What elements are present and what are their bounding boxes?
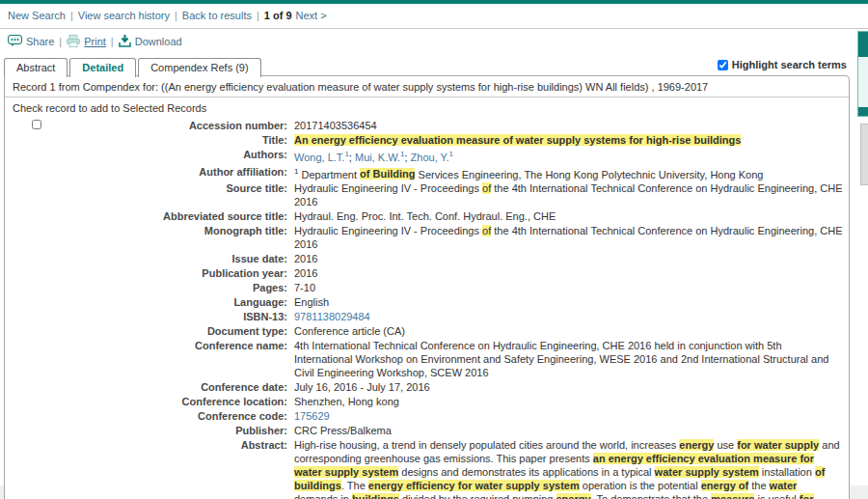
field-value: 7-10 [294,281,843,294]
term-link[interactable]: 1 [449,150,453,158]
record-field-row: Title:An energy efficiency evaluation me… [5,133,843,147]
check-record-note: Check record to add to Selected Records [5,97,849,116]
nav-link-new-search[interactable]: New Search [8,10,66,21]
highlighted-text: of [482,225,491,236]
record-field-row: Conference location:Shenzhen, Hong kong [5,395,843,408]
field-label: Abbreviated source title: [5,209,294,223]
term-link[interactable]: 1 [344,150,348,158]
highlighted-text: water [770,480,798,491]
record-field-row: Monograph title:Hydraulic Engineering IV… [5,224,843,251]
highlighted-text: for [800,493,814,499]
highlight-search-checkbox[interactable] [718,60,728,70]
field-value: 9781138029484 [294,310,843,323]
download-icon [119,35,131,47]
field-label: Pages: [5,281,294,294]
field-value: Hydraul. Eng. Proc. Int. Tech. Conf. Hyd… [294,209,843,223]
field-value: 2016 [294,252,843,265]
field-value: An energy efficiency evaluation measure … [294,133,843,147]
record-detail-panel: Record 1 from Compendex for: ((An energy… [4,75,850,499]
side-panel-tab-cap [858,107,868,116]
record-field-row: Abbreviated source title:Hydraul. Eng. P… [5,209,843,223]
field-value: 175629 [294,409,843,423]
field-label: Publisher: [5,424,294,437]
term-link[interactable]: 175629 [294,410,330,422]
record-field-row: Conference date:July 16, 2016 - July 17,… [5,380,843,394]
select-record-checkbox[interactable] [32,120,41,129]
field-value: July 16, 2016 - July 17, 2016 [294,380,843,394]
record-field-row: Abstract:High-rise housing, a trend in d… [5,438,843,499]
top-navigation: New Search|View search history|Back to r… [0,4,868,26]
field-label: Author affiliation: [5,165,294,181]
nav-link-view-search-history[interactable]: View search history [78,10,170,21]
divider: | [70,10,73,21]
field-value: High-rise housing, a trend in densely po… [294,438,843,499]
download-label: Download [135,36,182,47]
side-panel-tab[interactable] [857,31,868,117]
next-result-link[interactable]: Next > [296,10,327,21]
record-field-row: Accession number:20171403536454 [5,119,843,132]
field-label: Conference date: [5,380,294,394]
field-value: Wong, L.T.1; Mui, K.W.1; Zhou, Y.1 [294,148,843,164]
field-label: Conference name: [5,339,294,379]
share-label: Share [26,36,54,47]
divider: | [257,10,259,21]
field-value: English [294,295,843,309]
term-link[interactable]: Wong, L.T. [294,152,344,163]
highlighted-text: for water supply [737,439,819,451]
highlighted-text: energy [556,493,591,499]
divider: | [59,36,62,47]
record-field-row: Author affiliation:1 Department of Build… [5,165,843,181]
field-label: Authors: [5,148,294,164]
term-link[interactable]: 1 [400,150,404,158]
record-field-row: ISBN-13:9781138029484 [5,310,843,323]
record-fields: Accession number:20171403536454Title:An … [5,116,849,499]
field-value: CRC Press/Balkema [294,424,843,437]
field-value: Shenzhen, Hong kong [294,395,843,408]
term-link[interactable]: Zhou, Y. [411,152,449,163]
record-tabs: AbstractDetailedCompendex Refs (9) Highl… [0,52,868,75]
printer-icon [67,35,80,47]
field-label: Accession number: [5,119,294,132]
record-query-header: Record 1 from Compendex for: ((An energy… [5,76,849,97]
highlighted-text: of Building [360,168,415,180]
record-field-row: Publication year:2016 [5,266,843,280]
field-label: Title: [5,133,294,147]
record-field-row: Pages:7-10 [5,281,843,294]
record-field-row: Source title:Hydraulic Engineering IV - … [5,181,843,208]
field-label: Language: [5,295,294,309]
field-value: Hydraulic Engineering IV - Proceedings o… [294,224,843,251]
highlighted-text: buildings [352,493,399,499]
highlighted-text: water supply system [655,466,759,478]
share-speech-bubble-icon [8,35,22,47]
tab-detailed[interactable]: Detailed [69,58,136,77]
highlighted-text: of [482,182,491,194]
share-button[interactable]: Share [8,35,54,47]
download-button[interactable]: Download [119,35,182,47]
highlighted-text: An energy efficiency evaluation measure … [294,134,741,146]
field-value: 20171403536454 [294,119,843,132]
side-panel-tab-cap [858,32,868,57]
field-label: Conference location: [5,395,294,408]
tab-abstract[interactable]: Abstract [4,58,68,77]
term-link[interactable]: 9781138029484 [294,311,370,322]
field-label: ISBN-13: [5,310,294,323]
field-label: Source title: [5,181,294,208]
tab-compendex-refs-9-[interactable]: Compendex Refs (9) [138,58,261,77]
divider: | [175,10,177,21]
highlight-search-terms-toggle[interactable]: Highlight search terms [718,59,847,70]
field-label: Monograph title: [5,224,294,251]
term-link[interactable]: Mui, K.W. [355,152,400,163]
field-label: Document type: [5,324,294,338]
highlighted-text: 1 [294,167,298,176]
record-field-row: Conference code:175629 [5,409,843,423]
side-scroll-handle[interactable] [860,124,868,185]
nav-link-back-to-results[interactable]: Back to results [182,10,252,21]
field-label: Issue date: [5,252,294,265]
record-field-row: Authors:Wong, L.T.1; Mui, K.W.1; Zhou, Y… [5,148,843,164]
field-value: 2016 [294,266,843,280]
print-button[interactable]: Print [67,35,106,47]
result-position: 1 of 9 [264,10,292,21]
field-value: 4th International Technical Conference o… [294,339,843,379]
record-field-row: Issue date:2016 [5,252,843,265]
field-value: Conference article (CA) [294,324,843,338]
